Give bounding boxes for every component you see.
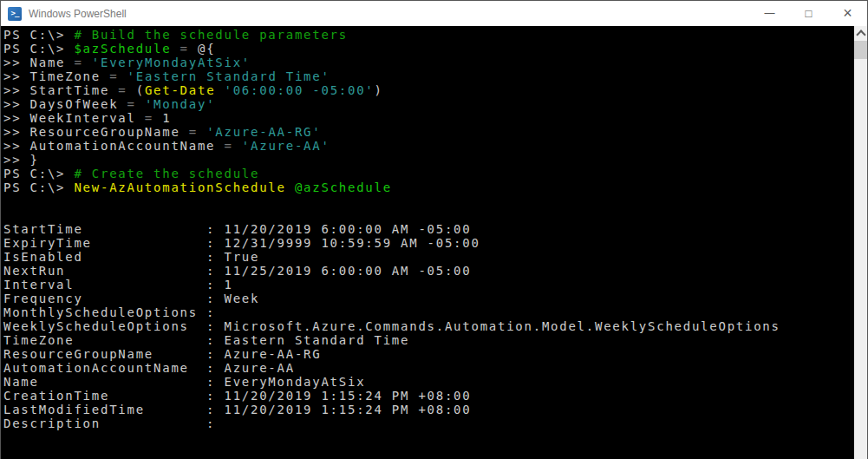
titlebar[interactable]: >_ Windows PowerShell — □ × [1,1,867,26]
powershell-icon[interactable]: >_ [8,7,22,21]
minimize-button[interactable]: — [750,1,789,26]
scrollbar-thumb[interactable] [854,41,867,59]
terminal-blank-line [3,194,852,208]
close-button[interactable]: × [828,1,867,26]
minimize-icon: — [765,1,775,26]
scrollbar[interactable] [854,26,867,459]
terminal-output-line: MonthlyScheduleOptions : [3,305,852,319]
terminal-blank-line [3,208,852,222]
terminal-output-line: AutomationAccountName : Azure-AA [3,361,852,375]
terminal-output-line: NextRun : 11/25/2019 6:00:00 AM -05:00 [3,264,852,278]
scroll-up-button[interactable] [854,26,867,41]
terminal-output-line: StartTime : 11/20/2019 6:00:00 AM -05:00 [3,222,852,236]
terminal-output-line: ResourceGroupName : Azure-AA-RG [3,347,852,361]
powershell-window: >_ Windows PowerShell — □ × PS C:\> # Bu… [0,0,868,459]
terminal-output-line: Name : EveryMondayAtSix [3,375,852,389]
terminal-command-line: PS C:\> New-AzAutomationSchedule @azSche… [3,180,852,194]
terminal-output-line: Frequency : Week [3,292,852,305]
window-title: Windows PowerShell [29,8,127,20]
terminal-command-line: >> TimeZone = 'Eastern Standard Time' [3,69,852,83]
terminal-output-line: Interval : 1 [3,278,852,292]
terminal-command-line: >> Name = 'EveryMondayAtSix' [3,56,852,69]
terminal-output-line: TimeZone : Eastern Standard Time [3,333,852,347]
terminal[interactable]: PS C:\> # Build the schedule parametersP… [1,26,867,459]
terminal-output-line: CreationTime : 11/20/2019 1:15:24 PM +08… [3,389,852,403]
terminal-command-line: >> } [3,153,852,167]
terminal-command-line: PS C:\> # Build the schedule parameters [3,28,852,42]
terminal-command-line: PS C:\> # Create the schedule [3,167,852,180]
terminal-command-line: >> WeekInterval = 1 [3,111,852,125]
terminal-output-line: WeeklyScheduleOptions : Microsoft.Azure.… [3,319,852,333]
maximize-button[interactable]: □ [789,1,828,26]
terminal-command-line: PS C:\> $azSchedule = @{ [3,42,852,56]
chevron-up-icon [856,30,865,39]
terminal-command-line: >> AutomationAccountName = 'Azure-AA' [3,139,852,153]
close-icon: × [843,1,852,26]
terminal-command-line: >> StartTime = (Get-Date '06:00:00 -05:0… [3,83,852,97]
terminal-command-line: >> DaysOfWeek = 'Monday' [3,97,852,111]
terminal-output-line: ExpiryTime : 12/31/9999 10:59:59 AM -05:… [3,236,852,250]
terminal-output-line: IsEnabled : True [3,250,852,264]
terminal-content: PS C:\> # Build the schedule parametersP… [3,28,852,430]
terminal-command-line: >> ResourceGroupName = 'Azure-AA-RG' [3,125,852,139]
terminal-output-line: Description : [3,416,852,430]
terminal-output-line: LastModifiedTime : 11/20/2019 1:15:24 PM… [3,403,852,416]
maximize-icon: □ [806,1,813,26]
caption-buttons: — □ × [750,1,867,26]
